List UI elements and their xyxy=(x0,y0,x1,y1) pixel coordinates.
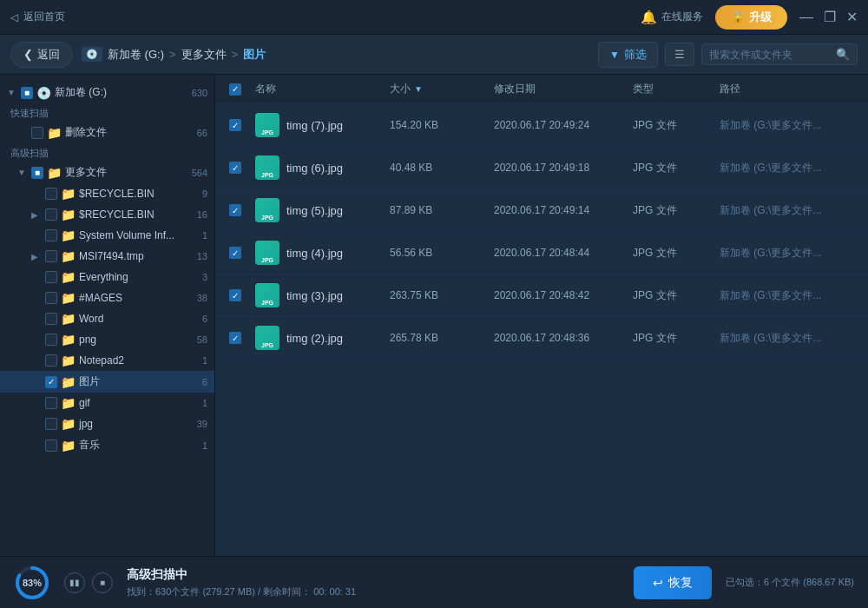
table-row[interactable]: ✓timg (3).jpg263.75 KB2020.06.17 20:48:4… xyxy=(215,274,868,317)
sidebar-item-7[interactable]: 📁png58 xyxy=(0,329,214,350)
upgrade-button[interactable]: 🔒 升级 xyxy=(715,5,787,30)
sidebar-item-10[interactable]: 📁gif1 xyxy=(0,393,214,413)
row-path: 新加卷 (G:\更多文件... xyxy=(720,118,854,133)
header-size-label: 大小 xyxy=(390,82,411,96)
item-checkbox[interactable] xyxy=(45,271,57,283)
item-checkbox[interactable] xyxy=(45,208,57,221)
main-content: ▼ ■ 💿 新加卷 (G:) 630 快速扫描 📁 删除文件 66 高级扫描 ▼… xyxy=(0,75,868,556)
row-checkbox[interactable]: ✓ xyxy=(229,162,241,174)
row-checkbox[interactable]: ✓ xyxy=(229,247,241,259)
row-checkbox[interactable]: ✓ xyxy=(229,204,241,216)
status-summary: 已勾选：6 个文件 (868.67 KB) xyxy=(726,576,854,589)
upgrade-label: 升级 xyxy=(749,10,772,25)
filter-label: 筛选 xyxy=(624,47,647,63)
stop-button[interactable]: ■ xyxy=(92,572,113,593)
item-checkbox[interactable] xyxy=(45,397,57,409)
header-checkbox[interactable]: ✓ xyxy=(229,83,241,96)
item-name: 音乐 xyxy=(79,438,183,453)
table-row[interactable]: ✓timg (6).jpg40.48 KB2020.06.17 20:49:18… xyxy=(215,147,868,189)
item-checkbox[interactable] xyxy=(45,418,57,430)
more-files-count: 564 xyxy=(187,168,207,178)
item-checkbox[interactable] xyxy=(45,188,57,200)
breadcrumb-drive[interactable]: 新加卷 (G:) xyxy=(108,47,164,63)
breadcrumb: 💿 新加卷 (G:) > 更多文件 > 图片 xyxy=(82,47,589,63)
header-type-label: 类型 xyxy=(633,83,654,95)
item-checkbox[interactable] xyxy=(45,439,57,452)
search-input[interactable] xyxy=(709,49,831,61)
row-checkbox[interactable]: ✓ xyxy=(229,119,241,131)
row-check[interactable]: ✓ xyxy=(229,247,255,259)
breadcrumb-current: 图片 xyxy=(243,47,266,63)
file-name: timg (4).jpg xyxy=(286,247,343,260)
table-row[interactable]: ✓timg (5).jpg87.89 KB2020.06.17 20:49:14… xyxy=(215,189,868,232)
title-bar-back[interactable]: ◁ 返回首页 xyxy=(10,10,65,24)
item-count: 3 xyxy=(187,272,207,282)
row-checkbox[interactable]: ✓ xyxy=(229,332,241,344)
sidebar-item-8[interactable]: 📁Notepad21 xyxy=(0,350,214,371)
more-files-checkbox[interactable]: ■ xyxy=(31,167,43,179)
sidebar-item-9[interactable]: ✓📁图片6 xyxy=(0,371,214,393)
sidebar-item-5[interactable]: 📁#MAGES38 xyxy=(0,287,214,308)
sidebar-item-4[interactable]: 📁Everything3 xyxy=(0,267,214,287)
row-path: 新加卷 (G:\更多文件... xyxy=(720,246,854,261)
sidebar-item-12[interactable]: 📁音乐1 xyxy=(0,434,214,456)
drive-checkbox[interactable]: ■ xyxy=(21,87,33,99)
maximize-icon[interactable]: ❐ xyxy=(824,9,836,25)
table-row[interactable]: ✓timg (4).jpg56.56 KB2020.06.17 20:48:44… xyxy=(215,232,868,274)
breadcrumb-sep1: > xyxy=(169,48,176,61)
item-name: System Volume Inf... xyxy=(79,229,183,241)
expand-icon: ▼ xyxy=(17,168,28,177)
sidebar-item-0[interactable]: 📁$RECYCLE.BIN9 xyxy=(0,183,214,204)
item-checkbox[interactable] xyxy=(45,250,57,262)
search-box[interactable]: 🔍 xyxy=(701,43,858,65)
sidebar-item-3[interactable]: ▶📁MSI7f494.tmp13 xyxy=(0,246,214,267)
sidebar-item-delete-files[interactable]: 📁 删除文件 66 xyxy=(0,122,214,143)
table-row[interactable]: ✓timg (7).jpg154.20 KB2020.06.17 20:49:2… xyxy=(215,104,868,147)
restore-button[interactable]: ↩ 恢复 xyxy=(634,566,712,599)
row-check[interactable]: ✓ xyxy=(229,332,255,344)
row-check[interactable]: ✓ xyxy=(229,162,255,174)
nav-back-button[interactable]: ❮ 返回 xyxy=(10,42,73,68)
item-name: #MAGES xyxy=(79,292,183,304)
header-size[interactable]: 大小 ▼ xyxy=(390,82,494,96)
folder-icon: 📁 xyxy=(61,312,76,326)
delete-files-checkbox[interactable] xyxy=(31,127,43,139)
minimize-icon[interactable]: — xyxy=(799,10,813,25)
sidebar-item-1[interactable]: ▶📁$RECYCLE.BIN16 xyxy=(0,204,214,225)
online-service-btn[interactable]: 🔔 在线服务 xyxy=(641,10,703,25)
row-date: 2020.06.17 20:48:42 xyxy=(494,289,633,301)
row-check[interactable]: ✓ xyxy=(229,204,255,216)
sidebar-item-drive[interactable]: ▼ ■ 💿 新加卷 (G:) 630 xyxy=(0,82,214,103)
sidebar-item-2[interactable]: 📁System Volume Inf...1 xyxy=(0,225,214,246)
sidebar-item-11[interactable]: 📁jpg39 xyxy=(0,413,214,434)
item-checkbox[interactable] xyxy=(45,354,57,367)
expand-icon: ▼ xyxy=(7,88,17,97)
item-checkbox[interactable] xyxy=(45,292,57,304)
sidebar-item-6[interactable]: 📁Word6 xyxy=(0,308,214,329)
nav-back-label: 返回 xyxy=(37,47,60,63)
delete-files-name: 删除文件 xyxy=(65,125,183,140)
pause-button[interactable]: ▮▮ xyxy=(64,572,85,593)
item-count: 1 xyxy=(187,355,207,366)
row-check[interactable]: ✓ xyxy=(229,119,255,131)
service-label: 在线服务 xyxy=(661,10,703,24)
item-checkbox[interactable] xyxy=(45,313,57,325)
sidebar-item-more-files[interactable]: ▼ ■ 📁 更多文件 564 xyxy=(0,162,214,183)
breadcrumb-folder1[interactable]: 更多文件 xyxy=(181,47,227,63)
row-checkbox[interactable]: ✓ xyxy=(229,289,241,301)
list-view-button[interactable]: ☰ xyxy=(665,43,694,66)
table-row[interactable]: ✓timg (2).jpg265.78 KB2020.06.17 20:48:3… xyxy=(215,317,868,360)
header-check[interactable]: ✓ xyxy=(229,83,255,96)
close-icon[interactable]: ✕ xyxy=(846,9,858,25)
scan-detail: 找到：630个文件 (279.27 MB) / 剩余时间： 00: 00: 31 xyxy=(127,585,620,598)
folder-icon: 📁 xyxy=(61,249,76,263)
row-size: 56.56 KB xyxy=(390,247,494,259)
item-checkbox[interactable] xyxy=(45,334,57,346)
row-check[interactable]: ✓ xyxy=(229,289,255,301)
item-checkbox[interactable]: ✓ xyxy=(45,376,57,388)
tree-items-container: 📁$RECYCLE.BIN9▶📁$RECYCLE.BIN16📁System Vo… xyxy=(0,183,214,456)
item-checkbox[interactable] xyxy=(45,229,57,241)
item-count: 6 xyxy=(187,377,207,387)
header-path-label: 路径 xyxy=(720,83,740,95)
filter-button[interactable]: ▼ 筛选 xyxy=(598,42,658,68)
